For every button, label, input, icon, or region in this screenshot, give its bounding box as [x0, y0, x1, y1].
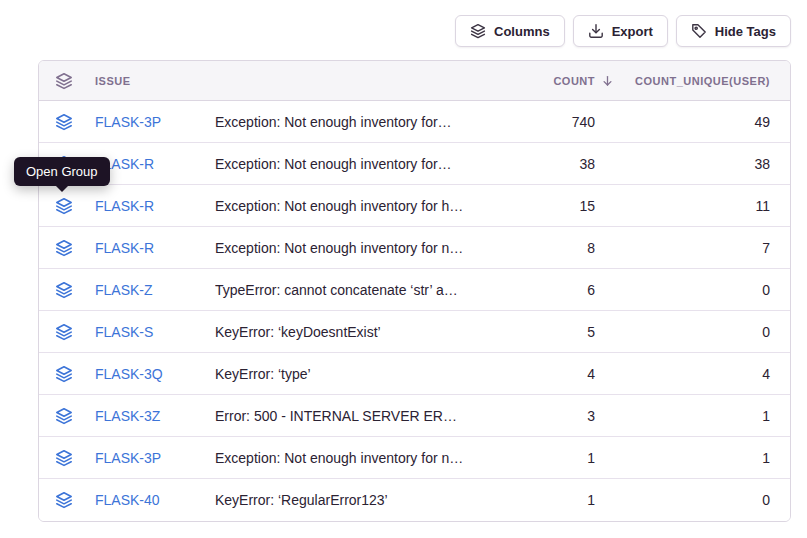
- stack-icon: [55, 72, 73, 90]
- count-unique-value: 7: [595, 240, 770, 256]
- header-icon-cell: [55, 72, 95, 90]
- issue-title: Exception: Not enough inventory for n…: [215, 240, 465, 256]
- table-row: FLASK-R Exception: Not enough inventory …: [39, 227, 790, 269]
- table-header: ISSUE COUNT COUNT_UNIQUE(USER): [39, 61, 790, 101]
- issue-title: Exception: Not enough inventory for…: [215, 156, 465, 172]
- count-value: 8: [465, 240, 595, 256]
- stack-icon[interactable]: [55, 281, 73, 299]
- issue-cell: FLASK-R: [95, 198, 215, 214]
- issue-title: KeyError: ‘type’: [215, 366, 465, 382]
- count-unique-value: 4: [595, 366, 770, 382]
- table-row: FLASK-S KeyError: ‘keyDoesntExist’ 5 0: [39, 311, 790, 353]
- row-icon-cell: [55, 239, 95, 257]
- issue-cell: FLASK-3P: [95, 114, 215, 130]
- issue-link[interactable]: FLASK-R: [95, 240, 154, 256]
- issue-link[interactable]: FLASK-3Z: [95, 408, 160, 424]
- hide-tags-button-label: Hide Tags: [715, 24, 776, 39]
- issue-cell: FLASK-3P: [95, 450, 215, 466]
- issue-title: KeyError: ‘RegularError123’: [215, 492, 465, 508]
- count-value: 6: [465, 282, 595, 298]
- count-unique-value: 1: [595, 450, 770, 466]
- hide-tags-button[interactable]: Hide Tags: [676, 15, 791, 47]
- count-unique-column-header-label: COUNT_UNIQUE(USER): [635, 75, 770, 87]
- issue-link[interactable]: FLASK-40: [95, 492, 160, 508]
- export-button[interactable]: Export: [573, 15, 668, 47]
- toolbar: Columns Export Hide Tags: [0, 0, 807, 47]
- count-unique-value: 49: [595, 114, 770, 130]
- issue-cell: FLASK-R: [95, 240, 215, 256]
- table-row: FLASK-3Q KeyError: ‘type’ 4 4: [39, 353, 790, 395]
- issue-cell: FLASK-S: [95, 324, 215, 340]
- row-icon-cell: [55, 491, 95, 509]
- stack-icon[interactable]: [55, 449, 73, 467]
- table-row: FLASK-40 KeyError: ‘RegularError123’ 1 0: [39, 479, 790, 521]
- count-unique-value: 0: [595, 324, 770, 340]
- open-group-tooltip-label: Open Group: [26, 164, 98, 179]
- table-row: FLASK-Z TypeError: cannot concatenate ‘s…: [39, 269, 790, 311]
- sort-descending-icon: [601, 74, 614, 87]
- stack-icon[interactable]: [55, 239, 73, 257]
- issue-column-header-label: ISSUE: [95, 75, 131, 87]
- row-icon-cell: [55, 113, 95, 131]
- stack-icon[interactable]: [55, 365, 73, 383]
- count-unique-value: 1: [595, 408, 770, 424]
- stack-icon[interactable]: [55, 407, 73, 425]
- issue-cell: FLASK-40: [95, 492, 215, 508]
- issue-title: Exception: Not enough inventory for h…: [215, 198, 465, 214]
- count-value: 15: [465, 198, 595, 214]
- count-value: 1: [465, 492, 595, 508]
- issue-link[interactable]: FLASK-3P: [95, 450, 161, 466]
- issue-link[interactable]: FLASK-S: [95, 324, 153, 340]
- count-value: 5: [465, 324, 595, 340]
- tag-icon: [691, 23, 707, 39]
- count-unique-column-header[interactable]: COUNT_UNIQUE(USER): [595, 75, 770, 87]
- count-unique-value: 0: [595, 282, 770, 298]
- row-icon-cell: [55, 281, 95, 299]
- issue-title: TypeError: cannot concatenate ‘str’ an…: [215, 282, 465, 298]
- row-icon-cell: [55, 323, 95, 341]
- count-value: 1: [465, 450, 595, 466]
- columns-button[interactable]: Columns: [455, 15, 565, 47]
- stack-icon: [470, 23, 486, 39]
- download-icon: [588, 23, 604, 39]
- stack-icon[interactable]: [55, 491, 73, 509]
- count-unique-value: 38: [595, 156, 770, 172]
- stack-icon[interactable]: [55, 323, 73, 341]
- table-row: FLASK-3Z Error: 500 - INTERNAL SERVER ER…: [39, 395, 790, 437]
- count-unique-value: 11: [595, 198, 770, 214]
- stack-icon[interactable]: [55, 197, 73, 215]
- issue-title: Exception: Not enough inventory for…: [215, 114, 465, 130]
- row-icon-cell: [55, 449, 95, 467]
- table-row: FLASK-3P Exception: Not enough inventory…: [39, 101, 790, 143]
- issue-cell: FLASK-R: [95, 156, 215, 172]
- row-icon-cell: [55, 197, 95, 215]
- count-column-header[interactable]: COUNT: [465, 75, 595, 87]
- table-row: FLASK-R Exception: Not enough inventory …: [39, 143, 790, 185]
- issues-table: ISSUE COUNT COUNT_UNIQUE(USER) FLASK-3P …: [38, 60, 791, 522]
- issue-cell: FLASK-Z: [95, 282, 215, 298]
- issue-link[interactable]: FLASK-3Q: [95, 366, 163, 382]
- open-group-tooltip: Open Group: [14, 157, 110, 186]
- issue-title: KeyError: ‘keyDoesntExist’: [215, 324, 465, 340]
- table-row: FLASK-R Exception: Not enough inventory …: [39, 185, 790, 227]
- issue-cell: FLASK-3Q: [95, 366, 215, 382]
- count-value: 740: [465, 114, 595, 130]
- table-body: FLASK-3P Exception: Not enough inventory…: [39, 101, 790, 521]
- count-value: 3: [465, 408, 595, 424]
- issue-link[interactable]: FLASK-3P: [95, 114, 161, 130]
- count-value: 4: [465, 366, 595, 382]
- columns-button-label: Columns: [494, 24, 550, 39]
- row-icon-cell: [55, 407, 95, 425]
- issue-title: Exception: Not enough inventory for n…: [215, 450, 465, 466]
- count-unique-value: 0: [595, 492, 770, 508]
- issue-column-header: ISSUE: [95, 75, 215, 87]
- stack-icon[interactable]: [55, 113, 73, 131]
- table-row: FLASK-3P Exception: Not enough inventory…: [39, 437, 790, 479]
- issue-title: Error: 500 - INTERNAL SERVER ERROR: [215, 408, 465, 424]
- count-column-header-label: COUNT: [553, 75, 595, 87]
- row-icon-cell: [55, 365, 95, 383]
- count-value: 38: [465, 156, 595, 172]
- issue-link[interactable]: FLASK-Z: [95, 282, 153, 298]
- export-button-label: Export: [612, 24, 653, 39]
- issue-link[interactable]: FLASK-R: [95, 198, 154, 214]
